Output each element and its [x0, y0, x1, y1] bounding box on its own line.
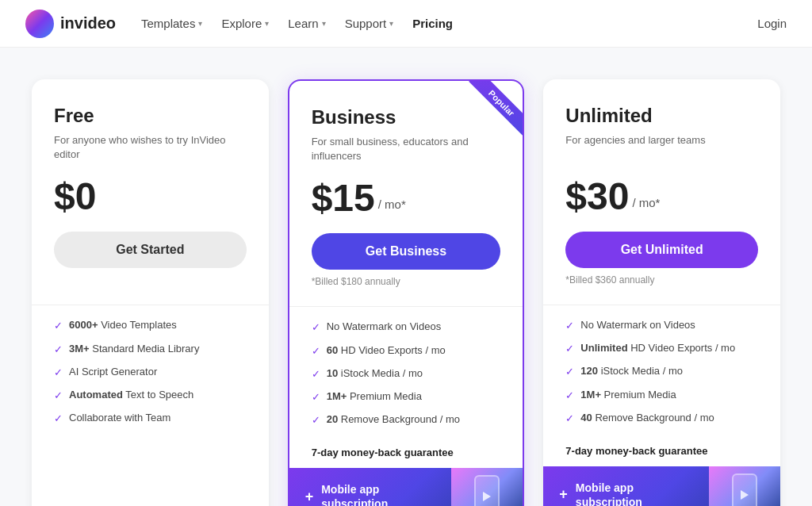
feature-item: ✓ 60 HD Video Exports / mo — [312, 343, 501, 358]
plan-business-features: ✓ No Watermark on Videos ✓ 60 HD Video E… — [312, 320, 501, 440]
feature-item: ✓ No Watermark on Videos — [565, 318, 758, 333]
plan-free-billed — [54, 274, 247, 289]
logo-icon — [25, 10, 54, 38]
navbar: invideo Templates ▾ Explore ▾ Learn ▾ Su… — [0, 0, 812, 48]
check-icon: ✓ — [54, 412, 63, 426]
plan-free-price-main: $0 — [54, 178, 96, 216]
feature-item: ✓ AI Script Generator — [54, 365, 247, 380]
chevron-down-icon: ▾ — [265, 19, 269, 28]
plan-business-price: $15 / mo* — [312, 179, 501, 217]
popular-badge: Popular — [451, 81, 523, 152]
plan-business: Popular Business For small business, edu… — [288, 79, 525, 506]
get-business-button[interactable]: Get Business — [312, 233, 501, 270]
nav-links: Templates ▾ Explore ▾ Learn ▾ Support ▾ … — [141, 13, 757, 33]
plan-unlimited-features: ✓ No Watermark on Videos ✓ Unlimited HD … — [565, 318, 758, 439]
plan-free-desc: For anyone who wishes to try InVideo edi… — [54, 133, 247, 162]
logo[interactable]: invideo — [25, 10, 116, 38]
check-icon: ✓ — [54, 389, 63, 403]
feature-item: ✓ 1M+ Premium Media — [565, 388, 758, 403]
plan-free: Free For anyone who wishes to try InVide… — [32, 79, 269, 506]
check-icon: ✓ — [565, 412, 574, 426]
plan-free-price: $0 — [54, 178, 247, 216]
feature-item: ✓ 120 iStock Media / mo — [565, 364, 758, 379]
plan-business-price-main: $15 — [312, 179, 375, 217]
check-icon: ✓ — [312, 413, 320, 427]
pricing-section: Free For anyone who wishes to try InVide… — [0, 48, 812, 506]
divider — [543, 305, 780, 305]
divider — [32, 305, 269, 305]
mobile-app-banner-business[interactable]: + Mobile appsubscription — [289, 468, 523, 506]
check-icon: ✓ — [312, 320, 320, 335]
nav-learn[interactable]: Learn ▾ — [288, 13, 325, 33]
check-icon: ✓ — [565, 319, 574, 333]
feature-item: ✓ No Watermark on Videos — [312, 320, 501, 335]
feature-item: ✓ Automated Text to Speech — [54, 388, 247, 403]
plan-unlimited-billed: *Billed $360 annually — [565, 274, 758, 289]
logo-text: invideo — [60, 14, 116, 33]
mobile-app-plus: + — [559, 486, 568, 503]
feature-item: ✓ 1M+ Premium Media — [312, 389, 501, 404]
plan-business-billed: *Billed $180 annually — [312, 276, 501, 290]
play-icon — [741, 490, 749, 500]
chevron-down-icon: ▾ — [389, 19, 393, 28]
phone-icon — [474, 475, 500, 506]
mobile-app-text: Mobile appsubscription — [321, 482, 388, 506]
plan-business-price-suffix: / mo* — [378, 197, 406, 211]
feature-item: ✓ 40 Remove Background / mo — [565, 411, 758, 426]
check-icon: ✓ — [565, 389, 574, 403]
mobile-app-image — [451, 468, 523, 506]
check-icon: ✓ — [54, 366, 63, 380]
get-unlimited-button[interactable]: Get Unlimited — [565, 232, 758, 268]
feature-item: ✓ 6000+ Video Templates — [54, 318, 247, 333]
plan-unlimited-price: $30 / mo* — [565, 178, 758, 216]
feature-item: ✓ Unlimited HD Video Exports / mo — [565, 341, 758, 356]
check-icon: ✓ — [54, 343, 63, 357]
check-icon: ✓ — [565, 365, 574, 379]
plan-free-name: Free — [54, 105, 247, 127]
plan-unlimited-desc: For agencies and larger teams — [565, 133, 758, 162]
mobile-app-text: Mobile appsubscription — [576, 481, 642, 506]
feature-item: ✓ 10 iStock Media / mo — [312, 366, 501, 381]
play-icon — [483, 492, 491, 501]
nav-support[interactable]: Support ▾ — [345, 13, 394, 33]
chevron-down-icon: ▾ — [198, 19, 202, 28]
mobile-app-plus: + — [305, 489, 314, 505]
feature-item: ✓ 20 Remove Background / mo — [312, 412, 501, 427]
chevron-down-icon: ▾ — [322, 19, 326, 28]
feature-item: ✓ 3M+ Standard Media Library — [54, 342, 247, 357]
plan-unlimited-price-main: $30 — [565, 178, 629, 216]
popular-badge-label: Popular — [469, 81, 523, 136]
check-icon: ✓ — [565, 342, 574, 356]
plan-unlimited-guarantee: 7-day money-back guarantee — [565, 445, 758, 457]
check-icon: ✓ — [312, 390, 320, 404]
plan-unlimited: Unlimited For agencies and larger teams … — [543, 79, 780, 506]
check-icon: ✓ — [312, 344, 320, 358]
check-icon: ✓ — [54, 319, 63, 333]
mobile-app-image — [709, 466, 780, 506]
plan-business-guarantee: 7-day money-back guarantee — [312, 447, 501, 458]
feature-item: ✓ Collaborate with Team — [54, 411, 247, 426]
get-started-button[interactable]: Get Started — [54, 232, 247, 268]
nav-templates[interactable]: Templates ▾ — [141, 13, 202, 33]
check-icon: ✓ — [312, 367, 320, 381]
phone-icon — [732, 473, 757, 506]
plan-free-features: ✓ 6000+ Video Templates ✓ 3M+ Standard M… — [54, 318, 247, 439]
nav-explore[interactable]: Explore ▾ — [221, 13, 269, 33]
divider — [289, 306, 523, 307]
plan-unlimited-price-suffix: / mo* — [632, 196, 660, 209]
plan-unlimited-name: Unlimited — [565, 105, 758, 127]
mobile-app-banner-unlimited[interactable]: + Mobile appsubscription — [543, 466, 780, 506]
login-link[interactable]: Login — [757, 17, 787, 30]
nav-pricing[interactable]: Pricing — [412, 13, 453, 33]
